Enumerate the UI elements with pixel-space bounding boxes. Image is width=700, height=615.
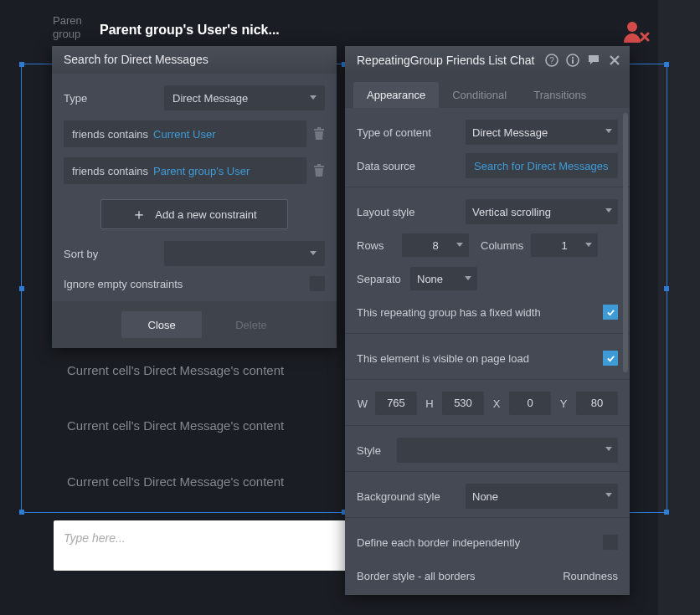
width-label: W — [357, 397, 368, 410]
constraint-row[interactable]: friends contains Current User — [64, 120, 306, 147]
x-input[interactable]: 0 — [509, 392, 551, 415]
height-label: H — [424, 397, 435, 410]
layout-style-select[interactable]: Vertical scrolling — [466, 199, 618, 224]
separator-select[interactable]: None — [410, 267, 477, 290]
inspector-title[interactable]: RepeatingGroup Friends List Chat — [357, 54, 538, 67]
cell-placeholder-text: Current cell's Direct Message's content — [67, 363, 284, 377]
scrollbar-thumb[interactable] — [623, 113, 628, 372]
svg-text:?: ? — [549, 56, 554, 65]
border-style-label: Border style - all borders — [357, 570, 563, 582]
svg-rect-4 — [572, 59, 574, 64]
roundness-label: Roundness — [563, 570, 618, 582]
style-label: Style — [357, 444, 397, 457]
tab-transitions[interactable]: Transitions — [520, 82, 600, 108]
parent-group-label: Parengroup — [53, 14, 82, 41]
type-select[interactable]: Direct Message — [164, 85, 325, 110]
trash-icon[interactable] — [313, 127, 325, 141]
columns-select[interactable]: 1 — [531, 233, 598, 257]
search-popup: Search for Direct Messages Type Direct M… — [52, 46, 337, 348]
data-source-field[interactable]: Search for Direct Messages — [466, 153, 618, 178]
visible-on-load-checkbox[interactable] — [603, 351, 618, 366]
define-borders-checkbox[interactable] — [603, 535, 618, 550]
layout-style-label: Layout style — [357, 206, 466, 218]
background-style-label: Background style — [357, 490, 466, 503]
type-of-content-select[interactable]: Direct Message — [466, 120, 618, 145]
tab-conditional[interactable]: Conditional — [439, 82, 520, 108]
separator-label: Separato — [357, 273, 410, 285]
trash-icon[interactable] — [313, 164, 325, 177]
close-icon[interactable] — [608, 54, 621, 67]
x-label: X — [491, 397, 502, 410]
rows-select[interactable]: 8 — [402, 233, 469, 257]
svg-point-0 — [627, 22, 637, 32]
sort-by-select[interactable] — [164, 241, 325, 266]
background-style-select[interactable]: None — [466, 484, 618, 509]
info-icon[interactable] — [566, 54, 579, 67]
sort-by-label: Sort by — [64, 248, 164, 260]
svg-rect-5 — [572, 57, 574, 59]
add-constraint-button[interactable]: ＋ Add a new constraint — [100, 199, 288, 229]
type-label: Type — [64, 92, 164, 105]
page-title: Parent group's User's nick... — [100, 23, 280, 38]
style-select[interactable] — [397, 438, 618, 463]
remove-user-icon[interactable] — [621, 20, 650, 44]
inspector-popup: RepeatingGroup Friends List Chat ? Appea… — [345, 46, 630, 595]
inspector-tabs: Appearance Conditional Transitions — [345, 74, 630, 108]
height-input[interactable]: 530 — [442, 392, 484, 415]
visible-on-load-label: This element is visible on page load — [357, 352, 603, 365]
constraint-row[interactable]: friends contains Parent group's User — [64, 157, 306, 184]
define-borders-label: Define each border independently — [357, 536, 603, 549]
delete-button[interactable]: Delete — [235, 319, 267, 331]
cell-placeholder-text: Current cell's Direct Message's content — [67, 418, 284, 433]
ignore-empty-checkbox[interactable] — [310, 276, 325, 291]
ignore-empty-label: Ignore empty constraints — [64, 278, 310, 290]
fixed-width-label: This repeating group has a fixed width — [357, 306, 603, 319]
tab-appearance[interactable]: Appearance — [353, 82, 439, 108]
fixed-width-checkbox[interactable] — [603, 305, 618, 320]
search-popup-title[interactable]: Search for Direct Messages — [52, 46, 337, 74]
help-icon[interactable]: ? — [545, 54, 558, 67]
columns-label: Columns — [481, 239, 531, 252]
cell-placeholder-text: Current cell's Direct Message's content — [67, 474, 284, 489]
comment-icon[interactable] — [587, 54, 600, 67]
data-source-label: Data source — [357, 160, 466, 172]
y-label: Y — [558, 397, 569, 410]
type-of-content-label: Type of content — [357, 126, 466, 139]
y-input[interactable]: 80 — [576, 392, 618, 415]
rows-label: Rows — [357, 239, 402, 252]
close-button[interactable]: Close — [121, 311, 202, 338]
width-input[interactable]: 765 — [375, 392, 417, 415]
